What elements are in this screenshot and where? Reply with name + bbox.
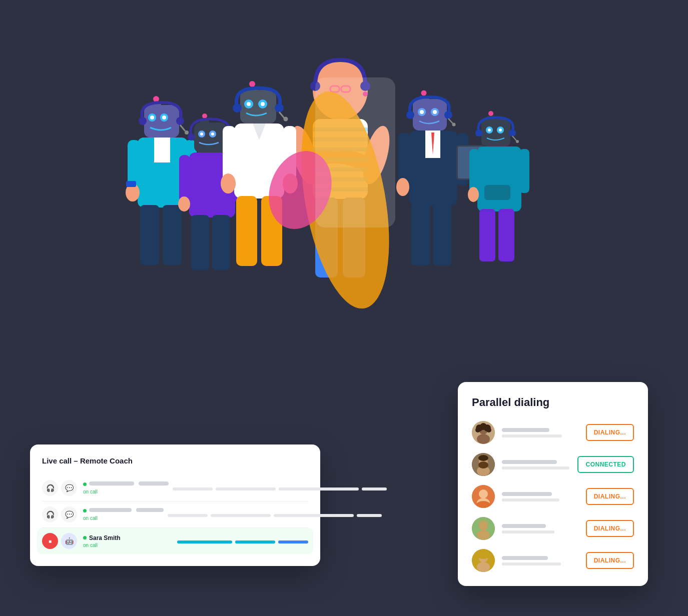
svg-point-121 [475,428,480,432]
svg-point-104 [516,140,519,143]
name-bar-2 [89,508,132,512]
call-bars-2 [168,514,382,517]
live-call-title: Live call – Remote Coach [42,456,308,465]
parallel-dialing-card: Parallel dialing DIALING... [458,382,648,586]
active-dot-1 [83,482,87,486]
call-row-3-active: ■ 🤖 Sara Smith on call [37,528,313,554]
svg-point-61 [247,102,251,106]
headset-icon-2: 🎧 [42,506,58,522]
icon-group-2: 🎧 💬 [42,506,77,522]
call-info-2: on call [83,508,164,521]
svg-line-83 [448,118,453,124]
status-badge-5: DIALING... [586,552,634,569]
svg-rect-94 [481,119,510,146]
status-badge-1: DIALING... [586,424,634,441]
svg-rect-54 [191,215,209,270]
svg-rect-107 [469,149,479,193]
svg-rect-109 [519,149,529,193]
svg-point-82 [444,111,452,119]
svg-rect-106 [484,185,510,200]
svg-rect-38 [126,181,136,187]
svg-rect-39 [194,122,227,152]
name-bar-1b [139,482,169,486]
sub-placeholder-3 [502,498,559,502]
svg-point-25 [150,116,154,120]
svg-point-79 [420,110,424,114]
sara-smith-name: Sara Smith [83,534,173,542]
svg-point-27 [139,117,147,125]
svg-line-65 [279,112,284,118]
svg-point-76 [421,90,427,96]
avatar-5 [472,549,495,572]
svg-rect-37 [163,205,182,265]
svg-line-29 [180,125,185,131]
svg-rect-110 [479,209,495,262]
sub-placeholder-1 [502,434,562,438]
svg-point-84 [452,123,456,126]
on-call-2: on call [83,516,164,521]
svg-point-129 [479,490,488,498]
svg-point-81 [406,111,414,119]
dial-row-1: DIALING... [472,421,634,444]
active-dot-3 [83,536,87,540]
sub-placeholder-5 [502,562,561,566]
call-bars-1 [173,488,387,490]
svg-point-101 [475,130,482,136]
dial-row-2: CONNECTED [472,453,634,476]
dial-info-4 [502,524,579,534]
call-bars-3 [177,540,308,544]
sub-placeholder-4 [502,530,554,534]
ai-icon-3: 🤖 [61,533,77,549]
svg-point-44 [200,132,203,136]
dial-info-5 [502,556,579,566]
chat-icon-2: 💬 [61,506,77,522]
svg-point-108 [468,187,479,202]
svg-point-28 [176,117,184,125]
name-placeholder-1 [502,428,549,432]
status-badge-4: DIALING... [586,520,634,537]
svg-point-30 [185,130,189,134]
call-info-3: Sara Smith on call [83,534,173,548]
name-placeholder-4 [502,524,546,528]
icon-group-3: ■ 🤖 [42,533,77,549]
svg-rect-93 [433,203,452,266]
svg-point-52 [178,196,190,212]
svg-point-58 [249,81,255,87]
svg-point-117 [477,434,490,444]
sub-placeholder-2 [502,466,569,470]
avatar-1 [472,421,495,444]
svg-point-122 [486,428,491,432]
avatar-4 [472,517,495,540]
status-badge-2: CONNECTED [577,456,634,473]
svg-rect-36 [140,205,159,265]
svg-rect-55 [212,215,230,270]
svg-rect-111 [498,209,514,262]
call-name-placeholder-2 [83,508,164,514]
svg-point-66 [284,117,288,122]
svg-point-127 [478,455,488,461]
name-placeholder-5 [502,556,548,560]
dial-info-3 [502,492,579,502]
svg-rect-105 [477,146,521,212]
active-dot-2 [83,509,87,512]
stop-icon-3[interactable]: ■ [42,533,58,549]
call-row-2: 🎧 💬 on call [42,502,308,528]
dial-info-1 [502,428,579,438]
call-row-1: 🎧 💬 on call [42,475,308,502]
dial-row-5: DIALING... [472,549,634,572]
svg-point-99 [488,128,491,132]
svg-rect-32 [154,138,170,162]
svg-line-103 [512,136,516,140]
dial-row-3: DIALING... [472,485,634,508]
call-name-placeholder-1 [83,482,169,487]
dial-info-2 [502,460,570,470]
svg-rect-114 [315,78,395,228]
svg-point-71 [221,174,236,194]
svg-point-126 [478,462,488,468]
on-call-1: on call [83,489,169,494]
svg-point-63 [233,104,242,112]
status-badge-3: DIALING... [586,488,634,505]
svg-rect-141 [477,555,489,558]
parallel-title: Parallel dialing [472,396,634,409]
svg-point-46 [188,134,195,140]
